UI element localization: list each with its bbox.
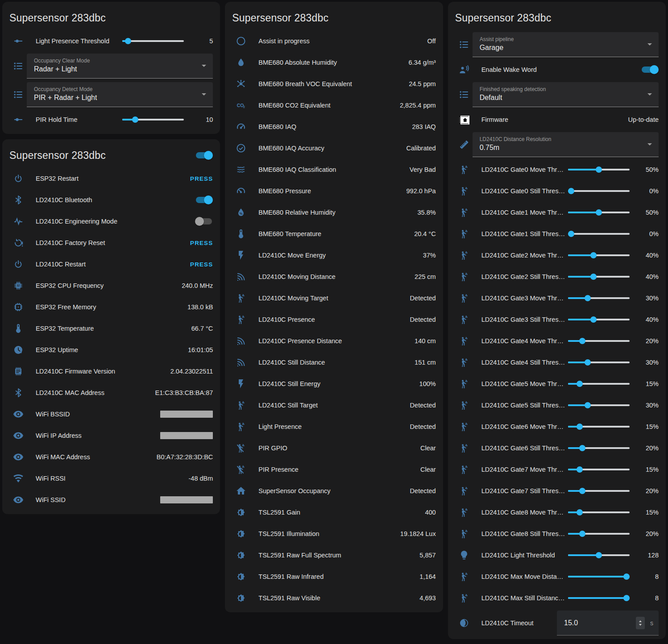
entity-row-bme680-relative-humidity[interactable]: %BME680 Relative Humidity35.8%	[225, 202, 443, 223]
slider-knob[interactable]	[577, 424, 583, 430]
entity-row-ld2410c-still-target[interactable]: LD2410C Still TargetDetected	[225, 395, 443, 416]
select-occupancy-clear-mode[interactable]: Occupancy Clear ModeRadar + Light	[27, 54, 213, 79]
entity-row-bme680-iaq-classification[interactable]: BME680 IAQ ClassificationVery Bad	[225, 159, 443, 180]
slider-ld2410c-gate3-move-thr[interactable]	[568, 295, 630, 301]
toggle-ld2410c-bluetooth[interactable]	[195, 195, 213, 204]
slider-knob[interactable]	[579, 445, 585, 451]
slider-ld2410c-gate2-move-thr[interactable]	[568, 252, 630, 258]
slider-knob[interactable]	[579, 338, 585, 344]
slider-ld2410c-gate8-still-thres[interactable]	[568, 531, 630, 537]
entity-row-ld2410c-timeout[interactable]: LD2410C Timeout15.0s	[448, 609, 666, 636]
select-assist-pipeline[interactable]: Assist pipelineGarage	[473, 32, 659, 57]
entity-row-ld2410c-gate7-still-thres[interactable]: LD2410C Gate7 Still Thres…20%	[448, 480, 666, 502]
entity-row-ld2410c-still-energy[interactable]: LD2410C Still Energy100%	[225, 373, 443, 395]
slider-track[interactable]	[568, 233, 630, 235]
slider-ld2410c-gate1-still-thres[interactable]	[568, 231, 630, 237]
entity-row-ld2410c-max-still-distanc[interactable]: LD2410C Max Still Distanc…8	[448, 587, 666, 609]
slider-ld2410c-gate5-still-thres[interactable]	[568, 402, 630, 408]
entity-row-tsl2591-raw-infrared[interactable]: TSL2591 Raw Infrared1,164	[225, 566, 443, 587]
entity-row-ld2410c-gate2-move-thr[interactable]: LD2410C Gate2 Move Thr…40%	[448, 245, 666, 266]
entity-row-ld2410c-gate6-move-thr[interactable]: LD2410C Gate6 Move Thr…15%	[448, 416, 666, 437]
entity-row-assist-pipeline[interactable]: Assist pipelineGarage	[448, 30, 666, 59]
entity-row-esp32-free-memory[interactable]: ESP32 Free Memory138.0 kB	[2, 296, 220, 318]
slider-ld2410c-gate6-still-thres[interactable]	[568, 445, 630, 451]
entity-row-occupancy-clear-mode[interactable]: Occupancy Clear ModeRadar + Light	[2, 52, 220, 80]
entity-row-ld2410c-gate7-move-thr[interactable]: LD2410C Gate7 Move Thr…15%	[448, 459, 666, 480]
entity-row-ld2410c-light-threshold[interactable]: LD2410C Light Threshold128	[448, 544, 666, 566]
slider-knob[interactable]	[125, 38, 131, 44]
slider-knob[interactable]	[596, 552, 602, 558]
entity-row-firmware[interactable]: FirmwareUp-to-date	[448, 109, 666, 130]
select-finished-speaking-detection[interactable]: Finished speaking detectionDefault	[473, 82, 659, 107]
toggle-ld2410c-engineering-mode[interactable]	[195, 217, 213, 226]
slider-knob[interactable]	[623, 573, 630, 580]
slider-knob[interactable]	[568, 188, 574, 194]
entity-row-bme680-absolute-humidity[interactable]: BME680 Absolute Humidity6.34 g/m³	[225, 52, 443, 73]
press-button[interactable]: PRESS	[190, 240, 213, 246]
slider-ld2410c-gate8-move-thr[interactable]	[568, 509, 630, 515]
slider-ld2410c-gate0-move-thr[interactable]	[568, 166, 630, 173]
entity-row-ld2410c-gate4-still-thres[interactable]: LD2410C Gate4 Still Thres…30%	[448, 352, 666, 373]
slider-ld2410c-gate6-move-thr[interactable]	[568, 424, 630, 430]
slider-ld2410c-gate0-still-thres[interactable]	[568, 188, 630, 194]
slider-ld2410c-gate4-move-thr[interactable]	[568, 338, 630, 344]
entity-row-ld2410c-presence[interactable]: LD2410C PresenceDetected	[225, 309, 443, 330]
number-input-ld2410c-timeout[interactable]: 15.0s	[557, 611, 659, 636]
entity-row-ld2410c-max-move-dista[interactable]: LD2410C Max Move Dista…8	[448, 566, 666, 587]
entity-row-esp32-restart[interactable]: ESP32 RestartPRESS	[2, 168, 220, 189]
slider-ld2410c-light-threshold[interactable]	[568, 552, 630, 558]
entity-row-tsl2591-raw-visible[interactable]: TSL2591 Raw Visible4,693	[225, 587, 443, 609]
slider-ld2410c-max-still-distanc[interactable]	[568, 595, 630, 601]
entity-row-bme680-breath-voc-equivalent[interactable]: BME680 Breath VOC Equivalent24.5 ppm	[225, 73, 443, 95]
entity-row-ld2410c-gate3-move-thr[interactable]: LD2410C Gate3 Move Thr…30%	[448, 287, 666, 309]
press-button[interactable]: PRESS	[190, 261, 213, 268]
entity-row-wifi-ip-address[interactable]: WiFi IP Address	[2, 425, 220, 446]
select-occupancy-detect-mode[interactable]: Occupancy Detect ModePIR + Radar + Light	[27, 82, 213, 107]
entity-row-tsl2591-gain[interactable]: TSL2591 Gain400	[225, 502, 443, 523]
entity-row-ld2410c-distance-resolution[interactable]: LD2410C Distance Resolution0.75m	[448, 130, 666, 159]
slider-ld2410c-gate7-move-thr[interactable]	[568, 466, 630, 473]
slider-knob[interactable]	[585, 402, 591, 408]
entity-row-bme680-co2-equivalent[interactable]: CO2BME680 CO2 Equivalent2,825.4 ppm	[225, 95, 443, 116]
slider-knob[interactable]	[623, 595, 630, 601]
slider-knob[interactable]	[590, 316, 597, 323]
slider-knob[interactable]	[585, 359, 591, 366]
entity-row-ld2410c-gate8-still-thres[interactable]: LD2410C Gate8 Still Thres…20%	[448, 523, 666, 544]
entity-row-enable-wake-word[interactable]: Enable Wake Word	[448, 59, 666, 80]
slider-knob[interactable]	[577, 466, 583, 473]
slider-knob[interactable]	[585, 295, 591, 301]
entity-row-ld2410c-gate2-still-thres[interactable]: LD2410C Gate2 Still Thres…40%	[448, 266, 666, 287]
entity-row-ld2410c-gate5-still-thres[interactable]: LD2410C Gate5 Still Thres…30%	[448, 395, 666, 416]
entity-row-wifi-rssi[interactable]: WiFi RSSI-48 dBm	[2, 468, 220, 489]
entity-row-ld2410c-presence-distance[interactable]: LD2410C Presence Distance140 cm	[225, 330, 443, 352]
slider-ld2410c-gate2-still-thres[interactable]	[568, 274, 630, 280]
entity-row-ld2410c-engineering-mode[interactable]: LD2410C Engineering Mode	[2, 211, 220, 232]
entity-row-ld2410c-move-energy[interactable]: LD2410C Move Energy37%	[225, 245, 443, 266]
slider-light-presence-threshold[interactable]	[122, 38, 184, 44]
entity-row-ld2410c-gate1-still-thres[interactable]: LD2410C Gate1 Still Thres…0%	[448, 223, 666, 245]
entity-row-supersensor-occupancy[interactable]: SuperSensor OccupancyDetected	[225, 480, 443, 502]
slider-knob[interactable]	[577, 381, 583, 387]
press-button[interactable]: PRESS	[190, 175, 213, 182]
slider-track[interactable]	[568, 190, 630, 192]
entity-row-ld2410c-gate0-still-thres[interactable]: LD2410C Gate0 Still Thres…0%	[448, 180, 666, 202]
slider-ld2410c-gate1-move-thr[interactable]	[568, 209, 630, 216]
entity-row-wifi-mac-address[interactable]: WiFi MAC AddressB0:A7:32:28:3D:BC	[2, 446, 220, 468]
slider-pir-hold-time[interactable]	[122, 116, 184, 123]
entity-row-esp32-uptime[interactable]: ESP32 Uptime16:01:05	[2, 339, 220, 361]
entity-row-ld2410c-gate8-move-thr[interactable]: LD2410C Gate8 Move Thr…15%	[448, 502, 666, 523]
entity-row-occupancy-detect-mode[interactable]: Occupancy Detect ModePIR + Radar + Light	[2, 80, 220, 109]
entity-row-ld2410c-moving-target[interactable]: LD2410C Moving TargetDetected	[225, 287, 443, 309]
entity-row-ld2410c-gate3-still-thres[interactable]: LD2410C Gate3 Still Thres…40%	[448, 309, 666, 330]
card-header-toggle[interactable]	[195, 151, 213, 160]
entity-row-ld2410c-gate1-move-thr[interactable]: LD2410C Gate1 Move Thr…50%	[448, 202, 666, 223]
entity-row-tsl2591-illumination[interactable]: TSL2591 Illumination19.1824 Lux	[225, 523, 443, 544]
slider-ld2410c-max-move-dista[interactable]	[568, 573, 630, 580]
entity-row-ld2410c-moving-distance[interactable]: LD2410C Moving Distance225 cm	[225, 266, 443, 287]
entity-row-wifi-ssid[interactable]: WiFi SSID	[2, 489, 220, 511]
entity-row-ld2410c-factory-reset[interactable]: LD2410C Factory ResetPRESS	[2, 232, 220, 253]
slider-knob[interactable]	[577, 509, 583, 515]
entity-row-finished-speaking-detection[interactable]: Finished speaking detectionDefault	[448, 80, 666, 109]
slider-track[interactable]	[122, 40, 184, 42]
entity-row-esp32-cpu-frequency[interactable]: 32ESP32 CPU Frequency240.0 MHz	[2, 275, 220, 296]
